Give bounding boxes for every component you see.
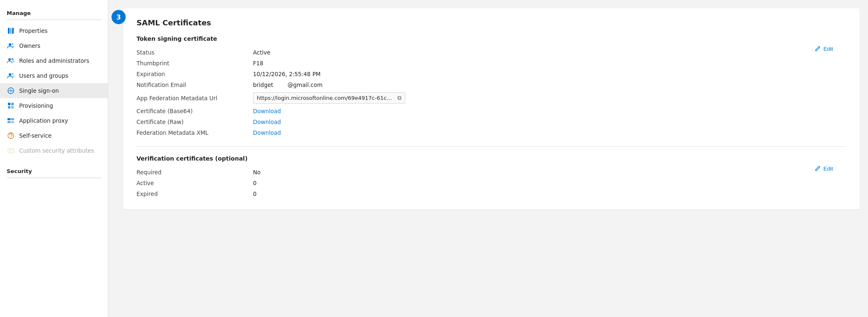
svg-rect-17: [7, 121, 10, 123]
sidebar-item-properties-label: Properties: [19, 27, 47, 34]
expired-label: Expired: [136, 188, 253, 199]
sidebar: Manage Properties Owners: [0, 0, 108, 317]
required-value: No: [253, 167, 846, 178]
federation-xml-download[interactable]: Download: [253, 129, 281, 136]
roles-icon: [7, 57, 15, 65]
sidebar-item-users-groups-label: Users and groups: [19, 72, 68, 79]
sidebar-item-custom-security[interactable]: Custom security attributes: [0, 143, 108, 158]
provisioning-icon: [7, 102, 15, 110]
notification-email-label: Notification Email: [136, 79, 253, 90]
url-input-box[interactable]: https://login.microsoftonline.com/69e491…: [253, 92, 405, 104]
token-signing-table: Status Active Thumbprint F18 Expiration …: [136, 47, 846, 138]
security-divider: [7, 178, 101, 178]
sidebar-item-properties[interactable]: Properties: [0, 23, 108, 38]
notification-email-value: bridget @gmail.com: [253, 79, 846, 90]
thumbprint-label: Thumbprint: [136, 58, 253, 69]
selfservice-icon: [7, 131, 15, 140]
sidebar-item-provisioning[interactable]: Provisioning: [0, 98, 108, 113]
copy-icon[interactable]: ⧉: [397, 94, 402, 102]
status-row: Status Active: [136, 47, 846, 58]
active-label: Active: [136, 178, 253, 188]
required-label: Required: [136, 167, 253, 178]
manage-divider: [7, 20, 101, 20]
sidebar-item-owners[interactable]: Owners: [0, 38, 108, 53]
verification-edit-pencil-icon: [814, 165, 821, 172]
users-groups-icon: [7, 72, 15, 80]
svg-rect-1: [10, 28, 11, 34]
svg-rect-12: [11, 103, 14, 105]
cert-base64-row: Certificate (Base64) Download: [136, 106, 846, 116]
sidebar-item-roles-administrators[interactable]: Roles and administrators: [0, 53, 108, 68]
security-section-title: Security: [0, 165, 108, 176]
app-federation-url-label: App Federation Metadata Url: [136, 90, 253, 106]
status-value: Active: [253, 47, 846, 58]
verification-table: Required No Active 0 Expired 0: [136, 167, 846, 199]
expired-row: Expired 0: [136, 188, 846, 199]
sidebar-item-self-service[interactable]: Self-service: [0, 128, 108, 143]
cert-raw-download[interactable]: Download: [253, 119, 281, 125]
svg-rect-0: [8, 28, 10, 34]
sidebar-item-provisioning-label: Provisioning: [19, 102, 53, 109]
active-row: Active 0: [136, 178, 846, 188]
federation-xml-row: Federation Metadata XML Download: [136, 127, 846, 138]
main-content: SAML Certificates Token signing certific…: [108, 0, 868, 317]
expiration-value: 10/12/2026, 2:55:48 PM: [253, 69, 846, 79]
federation-xml-label: Federation Metadata XML: [136, 127, 253, 138]
properties-icon: [7, 27, 15, 35]
custom-icon: [7, 146, 15, 155]
thumbprint-row: Thumbprint F18: [136, 58, 846, 69]
svg-rect-16: [11, 118, 14, 120]
svg-point-7: [9, 73, 11, 76]
verification-section: Verification certificates (optional) Edi…: [136, 155, 846, 199]
cert-raw-value: Download: [253, 116, 846, 127]
svg-rect-23: [8, 149, 14, 153]
svg-rect-11: [8, 103, 10, 105]
svg-point-5: [8, 58, 11, 61]
svg-point-6: [12, 58, 14, 60]
svg-point-22: [10, 137, 11, 138]
svg-point-8: [12, 73, 13, 75]
sidebar-item-single-sign-on[interactable]: Single sign-on: [0, 83, 108, 98]
notification-email-row: Notification Email bridget @gmail.com: [136, 79, 846, 90]
verification-edit-button[interactable]: Edit: [811, 163, 836, 173]
sidebar-item-self-service-label: Self-service: [19, 132, 52, 139]
proxy-icon: [7, 116, 15, 125]
cert-raw-label: Certificate (Raw): [136, 116, 253, 127]
expiration-row: Expiration 10/12/2026, 2:55:48 PM: [136, 69, 846, 79]
active-value: 0: [253, 178, 846, 188]
saml-certificates-panel: SAML Certificates Token signing certific…: [123, 8, 860, 209]
svg-rect-13: [8, 106, 10, 109]
sidebar-item-custom-label: Custom security attributes: [19, 147, 94, 154]
status-label: Status: [136, 47, 253, 58]
svg-point-3: [9, 43, 11, 46]
svg-rect-14: [11, 106, 14, 109]
manage-section-title: Manage: [0, 7, 108, 18]
section-divider: [136, 146, 846, 147]
expired-value: 0: [253, 188, 846, 199]
token-signing-section: Token signing certificate Edit Status Ac…: [136, 35, 846, 138]
svg-rect-2: [12, 28, 14, 34]
sidebar-item-roles-label: Roles and administrators: [19, 57, 89, 64]
token-edit-label: Edit: [823, 46, 833, 52]
app-federation-url-row: App Federation Metadata Url https://logi…: [136, 90, 846, 106]
sidebar-item-application-proxy[interactable]: Application proxy: [0, 113, 108, 128]
app-federation-url-value: https://login.microsoftonline.com/69e491…: [253, 90, 846, 106]
verification-edit-label: Edit: [823, 166, 833, 172]
step-badge: 3: [112, 10, 126, 24]
sidebar-item-proxy-label: Application proxy: [19, 117, 68, 124]
sso-icon: [7, 87, 15, 95]
token-signing-edit-button[interactable]: Edit: [811, 44, 836, 54]
verification-title: Verification certificates (optional): [136, 155, 846, 162]
panel-title: SAML Certificates: [136, 18, 846, 27]
url-text: https://login.microsoftonline.com/69e491…: [257, 95, 394, 101]
required-row: Required No: [136, 167, 846, 178]
edit-pencil-icon: [814, 45, 821, 52]
sidebar-item-users-groups[interactable]: Users and groups: [0, 68, 108, 83]
cert-base64-label: Certificate (Base64): [136, 106, 253, 116]
federation-xml-value: Download: [253, 127, 846, 138]
svg-rect-18: [11, 121, 14, 123]
cert-base64-download[interactable]: Download: [253, 108, 281, 114]
step-badge-container: 3: [112, 10, 126, 24]
token-signing-title: Token signing certificate: [136, 35, 846, 42]
thumbprint-value: F18: [253, 58, 846, 69]
